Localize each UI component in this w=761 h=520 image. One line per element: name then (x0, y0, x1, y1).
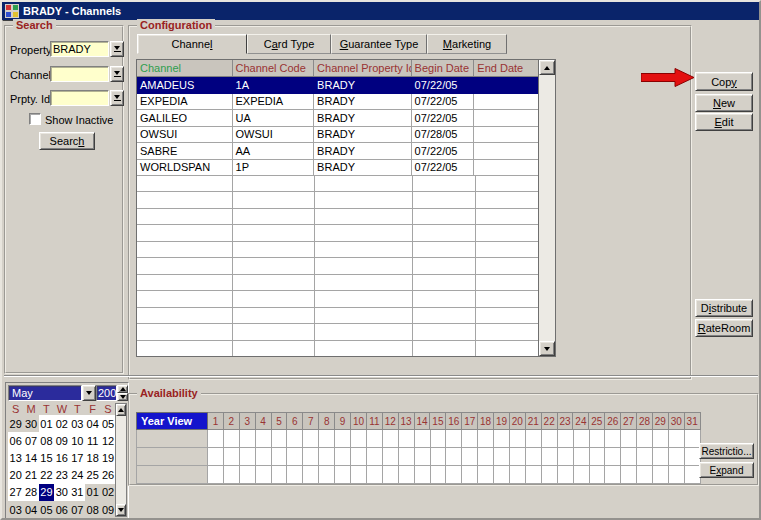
property-id-input[interactable] (50, 90, 109, 106)
cell-channel: GALILEO (137, 110, 233, 127)
calendar-day[interactable]: 27 (8, 484, 23, 501)
calendar-day[interactable]: 17 (70, 449, 85, 466)
availability-row-cells[interactable] (208, 466, 701, 484)
column-header[interactable]: End Date (474, 60, 538, 76)
new-button[interactable]: New (695, 94, 753, 112)
table-row[interactable]: OWSUI OWSUI BRADY 07/28/05 (137, 127, 538, 144)
show-inactive-checkbox[interactable] (29, 113, 41, 125)
restrictions-button[interactable]: Restrictio... (699, 443, 754, 459)
calendar-day[interactable]: 06 (54, 501, 69, 518)
calendar-day[interactable]: 31 (70, 484, 85, 501)
calendar-day[interactable]: 09 (100, 501, 115, 518)
table-row[interactable]: AMADEUS 1A BRADY 07/22/05 (137, 77, 538, 94)
calendar-day[interactable]: 19 (100, 449, 115, 466)
calendar-day[interactable]: 21 (23, 467, 38, 484)
year-up-button[interactable] (117, 385, 128, 393)
calendar-day[interactable]: 07 (23, 432, 38, 449)
calendar-day[interactable]: 05 (100, 415, 115, 432)
calendar-day[interactable]: 02 (100, 484, 115, 501)
scroll-track[interactable] (116, 416, 126, 504)
scroll-up-button[interactable] (116, 404, 126, 416)
tab[interactable]: Channel (137, 34, 247, 54)
up-arrow-icon (544, 66, 550, 70)
channel-dropdown-button[interactable] (110, 66, 124, 82)
year-field[interactable]: 2007 (96, 385, 117, 401)
dropdown-bar-icon (114, 100, 121, 101)
month-dropdown-button[interactable] (82, 385, 96, 401)
calendar-day[interactable]: 12 (100, 432, 115, 449)
column-header[interactable]: Channel Property Id (314, 60, 412, 76)
column-header[interactable]: Channel (137, 60, 233, 76)
weekday-label: T (70, 403, 85, 415)
calendar-day[interactable]: 23 (54, 467, 69, 484)
calendar-day[interactable]: 25 (85, 467, 100, 484)
calendar-day[interactable]: 03 (8, 501, 23, 518)
cell-channel: AMADEUS (137, 77, 233, 94)
channel-input[interactable] (50, 66, 109, 82)
search-button[interactable]: Search (39, 132, 95, 150)
calendar-day[interactable]: 08 (39, 432, 54, 449)
empty-table-rows (137, 176, 538, 356)
calendar-day[interactable]: 05 (39, 501, 54, 518)
app-icon (5, 4, 19, 18)
calendar-day[interactable]: 15 (39, 449, 54, 466)
calendar-day[interactable]: 01 (39, 415, 54, 432)
calendar-day[interactable]: 20 (8, 467, 23, 484)
calendar-day[interactable]: 09 (54, 432, 69, 449)
copy-button[interactable]: Copy (695, 72, 753, 91)
scroll-track[interactable] (539, 75, 555, 341)
calendar-day[interactable]: 06 (8, 432, 23, 449)
tab[interactable]: Card Type (247, 34, 331, 54)
calendar-scrollbar[interactable] (115, 403, 127, 517)
property-dropdown-button[interactable] (110, 41, 124, 57)
calendar-day[interactable]: 11 (85, 432, 100, 449)
year-down-button[interactable] (117, 393, 128, 401)
calendar-day[interactable]: 01 (85, 484, 100, 501)
column-header[interactable]: Begin Date (412, 60, 475, 76)
table-row[interactable]: GALILEO UA BRADY 07/22/05 (137, 110, 538, 127)
scroll-down-button[interactable] (116, 504, 126, 516)
tab[interactable]: Guarantee Type (331, 34, 427, 54)
year-view-cell[interactable]: Year View (136, 412, 208, 430)
table-scrollbar[interactable] (539, 59, 556, 357)
availability-row-cells[interactable] (208, 430, 701, 448)
calendar-panel: May 2007 S M T W T F S (5, 382, 129, 520)
calendar-day[interactable]: 07 (70, 501, 85, 518)
property-input[interactable] (50, 41, 109, 57)
calendar-day[interactable]: 13 (8, 449, 23, 466)
weekday-label: M (23, 403, 38, 415)
scroll-up-button[interactable] (539, 60, 555, 75)
table-row[interactable]: SABRE AA BRADY 07/22/05 (137, 143, 538, 160)
calendar-day[interactable]: 16 (54, 449, 69, 466)
distribute-button[interactable]: Distribute (695, 299, 753, 317)
calendar-day[interactable]: 10 (70, 432, 85, 449)
calendar-day[interactable]: 30 (54, 484, 69, 501)
calendar-day[interactable]: 22 (39, 467, 54, 484)
calendar-day[interactable]: 18 (85, 449, 100, 466)
calendar-day[interactable]: 03 (70, 415, 85, 432)
calendar-day[interactable]: 30 (23, 415, 38, 432)
calendar-day[interactable]: 29 (39, 484, 54, 501)
calendar-day[interactable]: 04 (23, 501, 38, 518)
scroll-down-button[interactable] (539, 341, 555, 356)
tab[interactable]: Marketing (427, 34, 507, 54)
rateroom-button[interactable]: RateRoom (695, 319, 753, 337)
calendar-day[interactable]: 24 (70, 467, 85, 484)
calendar-day[interactable]: 29 (8, 415, 23, 432)
expand-button[interactable]: Expand (699, 462, 754, 478)
calendar-day[interactable]: 02 (54, 415, 69, 432)
table-row[interactable]: EXPEDIA EXPEDIA BRADY 07/22/05 (137, 94, 538, 111)
column-header[interactable]: Channel Code (233, 60, 315, 76)
calendar-day[interactable]: 26 (100, 467, 115, 484)
weekday-label: W (54, 403, 69, 415)
edit-button[interactable]: Edit (695, 113, 753, 131)
calendar-day[interactable]: 08 (85, 501, 100, 518)
calendar-day[interactable]: 04 (85, 415, 100, 432)
property-id-dropdown-button[interactable] (110, 90, 124, 106)
day-number-header: 15 (430, 412, 446, 430)
calendar-day[interactable]: 14 (23, 449, 38, 466)
month-select[interactable]: May (8, 385, 82, 401)
availability-row-cells[interactable] (208, 448, 701, 466)
table-row[interactable]: WORLDSPAN 1P BRADY 07/22/05 (137, 160, 538, 177)
calendar-day[interactable]: 28 (23, 484, 38, 501)
